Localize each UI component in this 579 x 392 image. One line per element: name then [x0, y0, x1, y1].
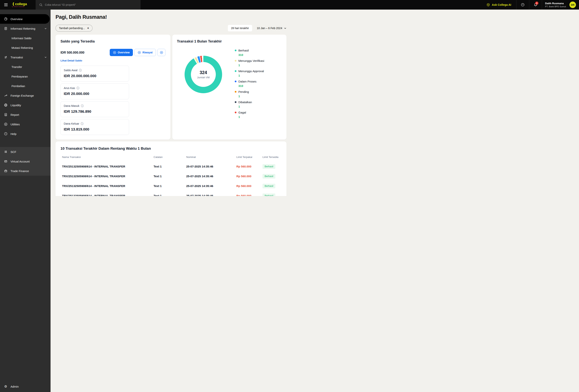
available-balance-amount: IDR 500.000.000 — [61, 51, 84, 54]
info-icon[interactable]: ⓘ — [81, 105, 83, 107]
info-icon[interactable]: ⓘ — [76, 87, 79, 89]
legend-dot — [235, 81, 236, 82]
sidebar-item-label: Pembelian — [11, 84, 25, 88]
stat-value: IDR 129.786.890 — [64, 110, 126, 114]
donut-chart: 324 Jumlah VM — [185, 56, 222, 93]
add-comparison-button[interactable]: Tambah perbanding... + — [56, 25, 92, 32]
logo-text: collega — [12, 2, 27, 6]
sidebar-item-mutasi-rekening[interactable]: Mutasi Rekening — [0, 43, 51, 53]
sidebar-item-pembelian[interactable]: Pembelian — [0, 81, 51, 91]
info-icon[interactable]: ⓘ — [79, 69, 81, 71]
virtual-account-icon — [4, 160, 7, 163]
cell-name: TRX/25132505908/614 - INTERNAL TRANSFER — [62, 175, 153, 178]
sidebar-item-label: Informasi Saldo — [11, 37, 31, 40]
date-range-label: 10 Jan – 6 Feb 2024 — [257, 27, 282, 30]
riwayat-button-label: Riwayat — [143, 51, 153, 54]
date-range-picker[interactable]: 10 Jan – 6 Feb 2024 — [257, 27, 287, 30]
grid-dots-icon — [4, 150, 7, 154]
riwayat-button[interactable]: Riwayat — [135, 49, 156, 56]
sidebar-item-label: Transfer — [11, 65, 22, 68]
stat-dana-keluar: Dana Keluarⓘ IDR 13.819.000 — [61, 119, 129, 135]
sidebar-item-virtual-account[interactable]: Virtual Account — [0, 157, 51, 166]
add-tab-button[interactable] — [157, 49, 165, 56]
cell-nominal: 25-07-2025 14:35:46 — [186, 165, 236, 168]
plus-circle-icon — [138, 51, 141, 54]
topbar: collega by Telkom Indonesia Ask Collega … — [0, 0, 290, 9]
cell-note: Text 1 — [153, 175, 186, 178]
search-input[interactable] — [45, 3, 137, 6]
overview-button[interactable]: Overview — [110, 49, 133, 56]
sidebar-item-informasi-saldo[interactable]: Informasi Saldo — [0, 33, 51, 43]
table-row[interactable]: TRX/25132505908/614 - INTERNAL TRANSFER … — [61, 171, 282, 181]
legend-value: 310 — [238, 53, 264, 57]
period-chip[interactable]: 28 hari terakhir — [228, 25, 252, 31]
dashboard-controls: Tambah perbanding... + 28 hari terakhir … — [56, 25, 287, 32]
table-row[interactable]: TRX/25132505908/614 - INTERNAL TRANSFER … — [61, 181, 282, 191]
help-icon: ? — [4, 132, 7, 136]
stat-value: IDR 20.000.000.000 — [64, 74, 126, 78]
add-comparison-label: Tambah perbanding... — [59, 27, 85, 30]
cell-name: TRX/25132505908/614 - INTERNAL TRANSFER — [62, 184, 153, 188]
sidebar-item-report[interactable]: Report — [0, 110, 51, 120]
legend-dot — [235, 112, 236, 113]
transactions-card: Transaksi 1 Bulan Terakhir 324 Jumlah VM… — [172, 35, 287, 139]
sidebar-item-liquidity[interactable]: Liquidity — [0, 100, 51, 110]
status-badge: Berhasil — [263, 164, 275, 169]
search-bar[interactable] — [36, 0, 141, 9]
sidebar-item-informasi-rekening[interactable]: Informasi Rekening — [0, 24, 51, 33]
legend-item-dibatalkan: Dibatalkan 1 — [235, 100, 264, 108]
main-content: Pagi, Dalih Rusmana! Tambah perbanding..… — [51, 0, 290, 196]
menu-button[interactable] — [0, 0, 12, 9]
sidebar-item-transfer[interactable]: Transfer — [0, 62, 51, 71]
table-row[interactable]: TRX/25132505908/614 - INTERNAL TRANSFER … — [61, 162, 282, 171]
stat-label: Dana Keluar — [64, 122, 79, 125]
sidebar-item-pembayaran[interactable]: Pembayaran — [0, 71, 51, 81]
stat-dana-masuk: Dana Masukⓘ IDR 129.786.890 — [61, 101, 129, 117]
legend-value: 1 — [238, 64, 264, 67]
sidebar-item-label: Transaksi — [10, 56, 23, 59]
sidebar-item-utilities[interactable]: Utilities — [0, 120, 51, 129]
table-row[interactable]: TRX/25132505908/614 - INTERNAL TRANSFER … — [61, 191, 282, 196]
legend-item-gagal: Gagal 1 — [235, 111, 264, 119]
legend-label: Dalam Proses — [238, 80, 256, 83]
column-header: Limit Tersedia — [263, 156, 280, 158]
info-icon[interactable]: ⓘ — [81, 122, 83, 125]
column-header: Limit Terpakai — [236, 156, 263, 158]
legend-dot — [235, 60, 236, 62]
plus-icon: + — [87, 26, 89, 30]
sidebar-item-label: Mutasi Rekening — [11, 46, 33, 49]
table-header-row: Nama Transaksi Catatan Nominal Limit Ter… — [61, 153, 282, 162]
donut-legend: Berhasil 310 Menunggu Verifikasi 1 Menun… — [235, 48, 264, 119]
legend-value: 1 — [238, 74, 264, 77]
balance-card: Saldo yang Tersedia IDR 500.000.000 Over… — [56, 35, 170, 139]
sidebar-item-label: SCF — [10, 150, 16, 153]
sidebar-item-scf[interactable]: SCF — [0, 147, 51, 157]
cell-nominal: 25-07-2025 14:35:46 — [186, 184, 236, 188]
donut-center: 324 Jumlah VM — [191, 62, 216, 87]
legend-dot — [235, 91, 236, 93]
balance-detail-link[interactable]: Lihat Detail Saldo — [61, 59, 82, 62]
sidebar: Overview Informasi Rekening Informasi Sa… — [0, 9, 51, 196]
legend-label: Dibatalkan — [238, 100, 252, 104]
globe-icon — [4, 103, 7, 107]
sidebar-item-trade-finance[interactable]: Trade Finance — [0, 166, 51, 176]
sidebar-item-overview[interactable]: Overview — [0, 14, 50, 24]
sidebar-item-help[interactable]: ? Help — [0, 129, 51, 138]
sidebar-item-transaksi[interactable]: Transaksi — [0, 53, 51, 62]
legend-item-menunggu-verifikasi: Menunggu Verifikasi 1 — [235, 59, 264, 67]
column-header: Nominal — [186, 156, 236, 158]
cell-limit: Rp 560.000 — [236, 194, 263, 196]
cell-limit: Rp 560.000 — [236, 184, 263, 188]
sidebar-item-foreign-exchange[interactable]: Foreign Exchange — [0, 91, 51, 100]
search-icon — [39, 3, 43, 7]
legend-dot — [235, 50, 236, 51]
sidebar-item-label: Foreign Exchange — [10, 94, 34, 97]
stat-value: IDR 20.000.000 — [64, 92, 126, 96]
sidebar-item-label: Help — [10, 132, 16, 135]
collega-logo: collega by Telkom Indonesia — [12, 2, 27, 7]
page-greeting: Pagi, Dalih Rusmana! — [56, 14, 287, 20]
column-header: Nama Transaksi — [62, 156, 153, 158]
legend-value: 1 — [238, 105, 264, 108]
sidebar-item-label: Utilities — [10, 123, 20, 126]
cell-name: TRX/25132505908/614 - INTERNAL TRANSFER — [62, 194, 153, 196]
